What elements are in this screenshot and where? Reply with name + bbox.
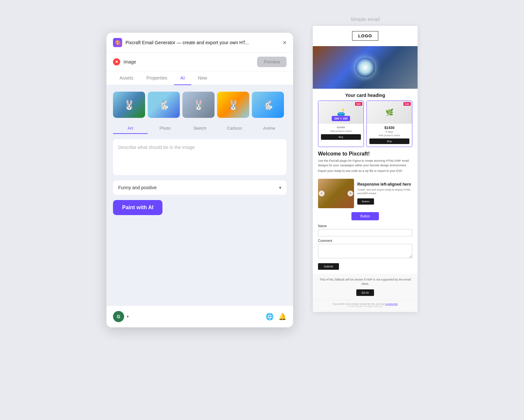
- hero-button[interactable]: Button: [357, 198, 374, 205]
- email-preview-label: Simple email: [350, 16, 380, 22]
- product-card-2: 🌿 Sale $1430 6 days Add product name Buy: [366, 100, 412, 147]
- image-thumbnails: 🐰 🐇 🐰 🐰 🐇: [113, 92, 287, 118]
- sale-badge-2: Sale: [403, 102, 411, 106]
- tab-new[interactable]: New: [191, 71, 214, 85]
- tab-ai[interactable]: AI: [174, 71, 191, 85]
- product-image-2: 🌿 Sale: [367, 101, 412, 124]
- avatar-area: G ▾: [113, 311, 129, 322]
- panel-header-left: 🎨 Pixcraft Email Generator — create and …: [113, 38, 249, 47]
- image-label: Image: [123, 59, 254, 64]
- product-image-1: 🛋️ Sale 260 × 180: [318, 101, 364, 124]
- plugin-panel: 🎨 Pixcraft Email Generator — create and …: [106, 33, 293, 327]
- product-info-1: $1880 Add product name Buy: [318, 124, 364, 142]
- email-footer: If you prefer not to receive emails like…: [313, 300, 418, 312]
- mood-selector[interactable]: Funny and positive ▾: [113, 180, 287, 195]
- product-sale-price-2: $1430: [369, 126, 409, 130]
- comment-textarea[interactable]: [318, 244, 412, 258]
- preview-button[interactable]: Preview: [257, 57, 287, 67]
- email-fallback-section: This HTML fallback will be shown if AMP …: [313, 274, 418, 300]
- describe-placeholder: Describe what should be in the image: [118, 145, 195, 150]
- email-cta-section: Button: [313, 212, 418, 224]
- bunny-image-1: 🐰: [113, 92, 145, 118]
- ai-content-area: 🐰 🐇 🐰 🐰 🐇 Art Photo Sketch Cartoon Anime…: [106, 85, 293, 305]
- welcome-text-1: Use the Pixcraft plugin for Figma to cre…: [318, 159, 412, 168]
- avatar-dropdown-icon[interactable]: ▾: [127, 314, 129, 319]
- chevron-down-icon: ▾: [279, 185, 281, 190]
- image-remove-icon[interactable]: ✕: [113, 58, 120, 65]
- bell-icon[interactable]: 🔔: [278, 313, 287, 320]
- style-tab-art[interactable]: Art: [113, 123, 148, 134]
- carousel-right-button[interactable]: ›: [347, 191, 353, 196]
- user-avatar: G: [113, 311, 124, 322]
- thumbnail-1[interactable]: 🐰: [113, 92, 145, 118]
- welcome-text-2: Export your ready-to-use code as a zip f…: [318, 169, 412, 173]
- email-hero-image: [313, 46, 418, 89]
- panel-title: Pixcraft Email Generator — create and ex…: [125, 40, 249, 45]
- style-tab-cartoon[interactable]: Cartoon: [217, 123, 252, 134]
- welcome-title: Welcome to Pixcraft!: [318, 151, 412, 157]
- product-cards-row: 🛋️ Sale 260 × 180 $1880 Add product name…: [313, 100, 418, 151]
- tab-assets[interactable]: Assets: [113, 71, 140, 85]
- cta-button[interactable]: Button: [351, 212, 379, 220]
- thumbnail-3[interactable]: 🐰: [182, 92, 215, 118]
- email-logo-row: LOGO: [313, 26, 418, 46]
- unsubscribe-text: If you prefer not to receive emails like…: [318, 303, 412, 305]
- hero-description: Create, test and export ready-to-deploy …: [357, 188, 412, 195]
- globe-icon[interactable]: 🌐: [266, 313, 274, 320]
- hero-subtitle: Responsive left-aligned hero: [357, 182, 412, 187]
- thumbnail-5[interactable]: 🐇: [252, 92, 284, 118]
- name-input[interactable]: [318, 229, 412, 236]
- panel-footer: G ▾ 🌐 🔔: [106, 305, 293, 327]
- fallback-text: This HTML fallback will be shown if AMP …: [318, 278, 412, 286]
- buy-button-2[interactable]: Buy: [369, 138, 409, 144]
- bunny-image-5: 🐇: [252, 92, 284, 118]
- submit-button[interactable]: Submit: [318, 263, 339, 270]
- mood-label: Funny and positive: [118, 185, 157, 190]
- unsubscribe-link[interactable]: unsubscribe: [385, 303, 398, 305]
- style-tab-sketch[interactable]: Sketch: [182, 123, 217, 134]
- product-name-1: Add product name: [321, 130, 361, 133]
- hero-text-box: Responsive left-aligned hero Create, tes…: [357, 182, 412, 205]
- email-preview-card: LOGO Your card heading 🛋️ Sale 260 × 180…: [313, 26, 418, 312]
- sale-badge-1: Sale: [355, 102, 362, 106]
- product-info-2: $1430 6 days Add product name Buy: [367, 124, 412, 147]
- style-tab-photo[interactable]: Photo: [148, 123, 182, 134]
- bunny-image-3: 🐰: [182, 92, 215, 118]
- plugin-icon: 🎨: [113, 38, 122, 47]
- style-tab-anime[interactable]: Anime: [252, 123, 287, 134]
- name-label: Name: [318, 224, 412, 228]
- product-name-2: Add product name: [369, 134, 409, 137]
- paint-with-ai-button[interactable]: Paint with AI: [113, 200, 162, 215]
- product-size-badge: 260 × 180: [332, 116, 350, 121]
- carousel-left-button[interactable]: ‹: [319, 191, 325, 196]
- email-card-heading: Your card heading: [313, 89, 418, 100]
- panel-header: 🎨 Pixcraft Email Generator — create and …: [106, 33, 293, 53]
- hero-carousel-image: ‹ ›: [318, 179, 354, 208]
- goto-button[interactable]: Go to: [356, 289, 374, 296]
- style-tabs: Art Photo Sketch Cartoon Anime: [113, 123, 287, 134]
- email-logo: LOGO: [352, 31, 378, 41]
- comment-label: Comment: [318, 239, 412, 243]
- main-tabs: Assets Properties AI New: [106, 71, 293, 85]
- describe-textarea-container[interactable]: Describe what should be in the image: [113, 139, 287, 175]
- buy-button-1[interactable]: Buy: [321, 134, 361, 140]
- bunny-image-4: 🐰: [217, 92, 249, 118]
- hero-section: ‹ › Responsive left-aligned hero Create,…: [313, 179, 418, 212]
- copyright-text: © 2024 Pixcraft. All rights reserved.: [318, 305, 412, 307]
- email-welcome-section: Welcome to Pixcraft! Use the Pixcraft pl…: [313, 151, 418, 179]
- footer-icons: 🌐 🔔: [266, 313, 287, 320]
- email-preview-container: Simple email LOGO Your card heading 🛋️ S…: [313, 16, 418, 312]
- hero-orb-decoration: [355, 58, 375, 77]
- product-note-2: 6 days: [369, 130, 409, 133]
- image-row: ✕ Image Preview: [106, 53, 293, 71]
- close-button[interactable]: ×: [283, 39, 287, 46]
- thumbnail-2[interactable]: 🐇: [148, 92, 180, 118]
- tab-properties[interactable]: Properties: [140, 71, 174, 85]
- product-card-1: 🛋️ Sale 260 × 180 $1880 Add product name…: [318, 100, 364, 147]
- product-original-price-1: $1880: [321, 126, 361, 129]
- bunny-image-2: 🐇: [148, 92, 180, 118]
- email-form-section: Name Comment Submit: [313, 224, 418, 274]
- thumbnail-4[interactable]: 🐰: [217, 92, 249, 118]
